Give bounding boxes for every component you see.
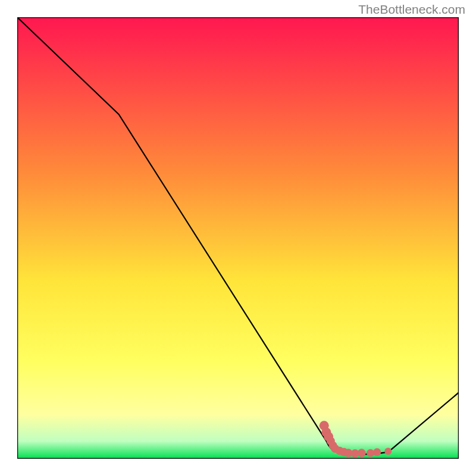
data-marker (367, 449, 374, 457)
chart-container: TheBottleneck.com (0, 0, 476, 476)
plot-area (17, 17, 459, 459)
data-marker (384, 447, 392, 455)
chart-svg (17, 17, 459, 459)
data-marker (373, 448, 381, 456)
watermark-text: TheBottleneck.com (358, 2, 465, 17)
data-marker (358, 449, 366, 457)
gradient-background (17, 17, 459, 459)
